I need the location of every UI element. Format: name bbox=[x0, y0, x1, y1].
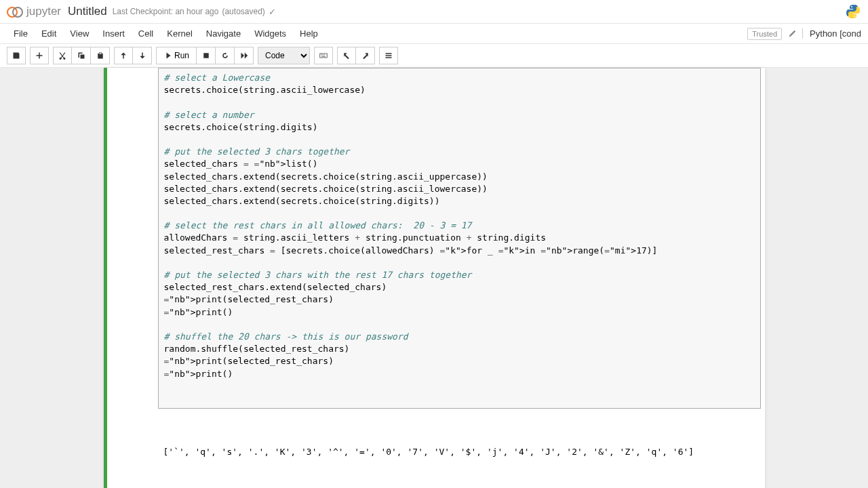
move-up-button[interactable] bbox=[114, 47, 133, 64]
header: jupyter Untitled Last Checkpoint: an hou… bbox=[0, 0, 868, 24]
svg-rect-4 bbox=[324, 55, 326, 56]
trusted-badge[interactable]: Trusted bbox=[747, 28, 782, 40]
arrow-up-left-icon bbox=[342, 52, 351, 60]
logo[interactable]: jupyter bbox=[7, 3, 61, 20]
keyboard-icon bbox=[319, 52, 328, 60]
copy-icon bbox=[77, 52, 85, 60]
variable-inspector2-button[interactable] bbox=[356, 47, 375, 64]
menu-kernel[interactable]: Kernel bbox=[160, 25, 199, 42]
python-logo-icon bbox=[845, 3, 861, 20]
restart-run-button[interactable] bbox=[235, 47, 254, 64]
pencil-icon[interactable] bbox=[787, 29, 797, 39]
autosave-text: (autosaved) bbox=[222, 7, 264, 16]
svg-rect-0 bbox=[203, 53, 209, 58]
code-input-area[interactable]: # select a Lowercasesecrets.choice(strin… bbox=[158, 68, 761, 409]
menu-edit[interactable]: Edit bbox=[35, 25, 63, 42]
move-down-button[interactable] bbox=[133, 47, 152, 64]
add-cell-button[interactable] bbox=[30, 47, 49, 64]
cut-button[interactable] bbox=[53, 47, 72, 64]
paste-button[interactable] bbox=[91, 47, 110, 64]
list-button[interactable] bbox=[379, 47, 398, 64]
stop-button[interactable] bbox=[197, 47, 216, 64]
copy-button[interactable] bbox=[72, 47, 91, 64]
menubar: File Edit View Insert Cell Kernel Naviga… bbox=[0, 24, 868, 44]
command-palette-button[interactable] bbox=[314, 47, 333, 64]
stop-icon bbox=[202, 52, 210, 60]
cut-icon bbox=[58, 52, 66, 60]
menu-cell[interactable]: Cell bbox=[132, 25, 160, 42]
paste-icon bbox=[96, 52, 104, 60]
kernel-name[interactable]: Python [cond bbox=[802, 28, 861, 39]
notebook-title[interactable]: Untitled bbox=[68, 5, 107, 18]
notebook: # select a Lowercasesecrets.choice(strin… bbox=[104, 68, 765, 488]
output-area: ['`', 'q', 's', '.', 'K', '3', '^', '=',… bbox=[158, 409, 761, 488]
restart-button[interactable] bbox=[216, 47, 235, 64]
save-icon bbox=[12, 52, 20, 60]
restart-icon bbox=[221, 52, 229, 60]
checkpoint-text: Last Checkpoint: an hour ago bbox=[113, 7, 219, 16]
arrow-down-icon bbox=[138, 52, 146, 60]
cell-prompt bbox=[104, 68, 158, 488]
play-icon bbox=[163, 52, 172, 60]
toolbar: Run Code bbox=[0, 44, 868, 68]
svg-rect-1 bbox=[320, 54, 328, 58]
check-icon: ✓ bbox=[269, 7, 276, 17]
notebook-container: # select a Lowercasesecrets.choice(strin… bbox=[0, 68, 868, 488]
run-button[interactable]: Run bbox=[156, 47, 197, 64]
plus-icon bbox=[35, 52, 43, 60]
menu-help[interactable]: Help bbox=[293, 25, 325, 42]
menu-file[interactable]: File bbox=[7, 25, 35, 42]
fast-forward-icon bbox=[240, 52, 248, 60]
output-line-1: ['`', 'q', 's', '.', 'K', '3', '^', '=',… bbox=[163, 444, 755, 460]
code-cell-active[interactable]: # select a Lowercasesecrets.choice(strin… bbox=[104, 68, 765, 488]
jupyter-logo-icon bbox=[7, 3, 23, 20]
list-icon bbox=[384, 52, 393, 60]
arrow-up-icon bbox=[119, 52, 127, 60]
svg-rect-3 bbox=[323, 55, 324, 56]
save-button[interactable] bbox=[7, 47, 26, 64]
menu-insert[interactable]: Insert bbox=[96, 25, 132, 42]
menu-navigate[interactable]: Navigate bbox=[199, 25, 248, 42]
svg-rect-2 bbox=[321, 55, 322, 56]
cell-type-select[interactable]: Code bbox=[258, 47, 310, 64]
run-label: Run bbox=[174, 51, 189, 60]
menu-widgets[interactable]: Widgets bbox=[248, 25, 293, 42]
svg-rect-5 bbox=[321, 56, 326, 57]
variable-inspector-button[interactable] bbox=[337, 47, 356, 64]
logo-text: jupyter bbox=[26, 5, 61, 18]
arrow-up-right-icon bbox=[361, 52, 370, 60]
menu-view[interactable]: View bbox=[63, 25, 96, 42]
